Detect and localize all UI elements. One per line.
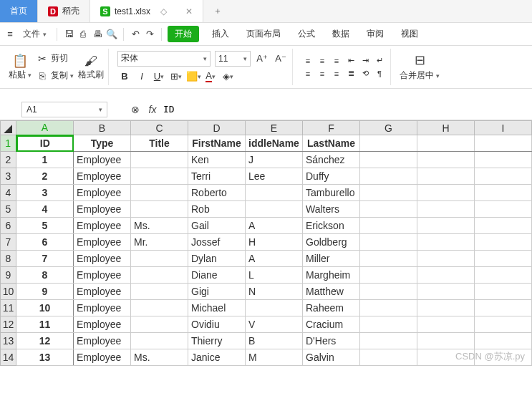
column-header[interactable]: C xyxy=(131,121,188,135)
font-family-select[interactable]: 宋体▾ xyxy=(117,51,211,67)
cell[interactable]: Galvin xyxy=(303,349,360,366)
cell[interactable]: 9 xyxy=(16,284,74,300)
cell[interactable]: Employee xyxy=(74,201,131,218)
cell[interactable] xyxy=(475,300,532,316)
column-header[interactable]: G xyxy=(360,121,417,135)
cell[interactable] xyxy=(475,284,532,300)
cell[interactable]: Employee xyxy=(74,185,131,201)
cut-button[interactable]: ✂剪切 xyxy=(36,52,74,65)
cell[interactable] xyxy=(360,135,417,152)
cell[interactable]: Mr. xyxy=(131,234,188,251)
format-painter-icon[interactable]: 🖌 xyxy=(83,53,99,69)
print-icon[interactable]: 🖶 xyxy=(92,29,103,40)
cell[interactable] xyxy=(417,135,475,152)
tab-review[interactable]: 审阅 xyxy=(362,25,388,43)
cell[interactable]: Tamburello xyxy=(303,185,360,201)
cell[interactable]: Rob xyxy=(188,201,246,218)
cancel-icon[interactable]: ⊗ xyxy=(129,103,142,116)
cell[interactable] xyxy=(360,349,417,366)
column-header[interactable]: D xyxy=(188,121,246,135)
cell[interactable]: Employee xyxy=(74,152,131,168)
cell[interactable]: Ovidiu xyxy=(188,316,246,333)
save-as-icon[interactable]: ⎙ xyxy=(77,29,89,40)
cell[interactable]: Sánchez xyxy=(303,152,360,168)
cell[interactable]: 11 xyxy=(16,316,74,333)
cell[interactable]: Employee xyxy=(74,251,131,267)
cell[interactable] xyxy=(417,251,475,267)
row-header[interactable]: 1 xyxy=(1,135,16,152)
cell[interactable] xyxy=(131,300,188,316)
file-menu[interactable]: 文件▾ xyxy=(19,26,51,42)
cell[interactable]: 8 xyxy=(16,267,74,284)
cell[interactable]: ID xyxy=(16,135,74,152)
redo-icon[interactable]: ↷ xyxy=(144,29,155,40)
decrease-font-icon[interactable]: A⁻ xyxy=(274,52,288,66)
cell[interactable]: Miller xyxy=(303,251,360,267)
cell[interactable]: Gail xyxy=(188,218,246,234)
cell[interactable] xyxy=(475,152,532,168)
cell[interactable]: Erickson xyxy=(303,218,360,234)
cell[interactable]: M xyxy=(246,349,303,366)
cell[interactable] xyxy=(246,300,303,316)
cell[interactable] xyxy=(417,185,475,201)
cell[interactable] xyxy=(417,284,475,300)
row-header[interactable]: 8 xyxy=(1,251,16,267)
cell[interactable]: Goldberg xyxy=(303,234,360,251)
cell[interactable] xyxy=(360,300,417,316)
cell[interactable]: B xyxy=(246,333,303,349)
row-header[interactable]: 12 xyxy=(1,316,16,333)
cell[interactable]: Ms. xyxy=(131,349,188,366)
cell[interactable]: Ken xyxy=(188,152,246,168)
cell[interactable]: Michael xyxy=(188,300,246,316)
name-box[interactable]: A1▾ xyxy=(21,102,107,117)
cell[interactable]: Lee xyxy=(246,168,303,185)
cell[interactable] xyxy=(360,333,417,349)
cell[interactable] xyxy=(360,234,417,251)
cell[interactable]: A xyxy=(246,251,303,267)
cell[interactable] xyxy=(417,168,475,185)
cell[interactable] xyxy=(131,201,188,218)
merge-icon[interactable]: ⊟ xyxy=(412,52,427,68)
row-header[interactable]: 5 xyxy=(1,201,16,218)
format-painter-button[interactable]: 格式刷 xyxy=(78,69,104,81)
cell[interactable] xyxy=(475,168,532,185)
new-tab-button[interactable]: ＋ xyxy=(203,0,232,22)
cell[interactable]: 1 xyxy=(16,152,74,168)
cell[interactable]: 13 xyxy=(16,349,74,366)
tab-start[interactable]: 开始 xyxy=(168,26,199,42)
italic-button[interactable]: I xyxy=(135,69,149,84)
tab-daoke[interactable]: D 稻壳 xyxy=(38,0,90,22)
cell[interactable]: 5 xyxy=(16,218,74,234)
cell[interactable] xyxy=(131,251,188,267)
cell[interactable] xyxy=(360,168,417,185)
cell[interactable]: 7 xyxy=(16,251,74,267)
cell[interactable] xyxy=(417,300,475,316)
cell[interactable]: Janice xyxy=(188,349,246,366)
cell[interactable] xyxy=(360,152,417,168)
cell[interactable] xyxy=(417,201,475,218)
align-bottom-icon[interactable]: ≡ xyxy=(330,55,343,67)
bold-button[interactable]: B xyxy=(117,69,132,84)
cell[interactable] xyxy=(417,267,475,284)
cell[interactable] xyxy=(246,201,303,218)
cell[interactable]: Thierry xyxy=(188,333,246,349)
tab-data[interactable]: 数据 xyxy=(328,25,354,43)
cell[interactable] xyxy=(360,185,417,201)
cell[interactable]: Title xyxy=(131,135,188,152)
cell[interactable] xyxy=(246,185,303,201)
fill-color-button[interactable]: 🟨▾ xyxy=(186,69,200,84)
cell[interactable] xyxy=(131,284,188,300)
column-header[interactable]: F xyxy=(303,121,360,135)
cell[interactable]: 4 xyxy=(16,201,74,218)
align-left-icon[interactable]: ≡ xyxy=(301,68,314,79)
cell[interactable]: Terri xyxy=(188,168,246,185)
row-header[interactable]: 4 xyxy=(1,185,16,201)
rtl-icon[interactable]: ¶ xyxy=(373,68,386,79)
row-header[interactable]: 7 xyxy=(1,234,16,251)
tab-view[interactable]: 视图 xyxy=(397,25,422,43)
row-header[interactable]: 9 xyxy=(1,267,16,284)
column-header[interactable]: A xyxy=(16,121,74,135)
cell[interactable]: Gigi xyxy=(188,284,246,300)
close-icon[interactable]: ✕ xyxy=(185,6,193,16)
cell[interactable] xyxy=(417,234,475,251)
